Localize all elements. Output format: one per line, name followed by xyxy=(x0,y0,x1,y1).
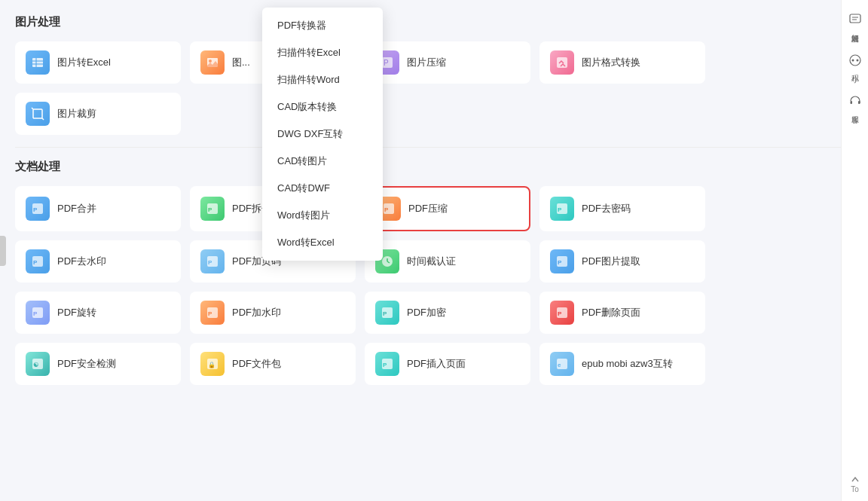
svg-rect-45 xyxy=(850,14,860,23)
pdf-security-icon: ☯ xyxy=(26,352,50,376)
dropdown-item-0[interactable]: PDF转换器 xyxy=(262,12,383,39)
tool-img-crop[interactable]: 图片裁剪 xyxy=(15,93,181,135)
tool-img-compress[interactable]: P 图片压缩 xyxy=(365,41,530,84)
pdf-merge-label: PDF合并 xyxy=(57,202,96,215)
svg-text:P: P xyxy=(33,206,38,213)
tool-pdf-watermark-remove[interactable]: P PDF去水印 xyxy=(15,240,181,283)
epub-convert-label: epub mobi azw3互转 xyxy=(582,357,673,371)
dropdown-item-8[interactable]: Word转Excel xyxy=(262,229,383,256)
pdf-img-extract-label: PDF图片提取 xyxy=(582,255,640,268)
pdf-encrypt-icon: P xyxy=(375,301,399,325)
svg-text:P: P xyxy=(383,310,387,317)
svg-text:☯: ☯ xyxy=(33,362,38,368)
pdf-rotate-label: PDF旋转 xyxy=(57,306,96,319)
tool-pdf-watermark-add[interactable]: P PDF加水印 xyxy=(190,292,356,334)
img-compress-label: 图片压缩 xyxy=(407,56,446,69)
doc-tools-grid: P PDF合并 P PDF拆分 P xyxy=(15,186,853,385)
tool-pdf-encrypt[interactable]: P PDF加密 xyxy=(365,292,530,334)
image-section: 图片处理 图片转Excel xyxy=(15,15,853,135)
svg-text:P: P xyxy=(384,206,389,213)
tool-time-stamp[interactable]: 时间截认证 xyxy=(365,240,530,283)
tool-pdf-compress[interactable]: P PDF压缩 xyxy=(365,186,530,231)
svg-text:P: P xyxy=(558,259,562,266)
tool-pdf-rotate[interactable]: P PDF旋转 xyxy=(15,292,181,334)
dropdown-item-6[interactable]: CAD转DWF xyxy=(262,175,383,202)
pdf-password-icon: P xyxy=(550,197,574,221)
dropdown-item-7[interactable]: Word转图片 xyxy=(262,202,383,229)
img-format-label: 图片格式转换 xyxy=(582,56,640,69)
img2-icon xyxy=(200,50,225,75)
dropdown-item-3[interactable]: CAD版本转换 xyxy=(262,93,383,121)
pdf-password-label: PDF去密码 xyxy=(582,202,631,215)
pdf-package-icon: 🔒 xyxy=(200,352,225,376)
pdf-img-extract-icon: P xyxy=(550,249,574,273)
tool-epub-convert[interactable]: e epub mobi azw3互转 xyxy=(539,343,705,385)
pdf-delete-page-icon: P xyxy=(550,301,574,325)
pdf-package-label: PDF文件包 xyxy=(232,357,281,371)
service-icon xyxy=(848,93,863,108)
tool-img-format[interactable]: 图片格式转换 xyxy=(539,41,705,84)
svg-rect-9 xyxy=(33,109,42,118)
svg-text:P: P xyxy=(208,206,212,213)
dropdown-item-2[interactable]: 扫描件转Word xyxy=(262,66,383,93)
pdf-delete-page-label: PDF删除页面 xyxy=(582,306,640,319)
img-format-icon xyxy=(550,50,574,75)
tool-pdf-password[interactable]: P PDF去密码 xyxy=(539,186,705,231)
svg-rect-52 xyxy=(850,101,852,104)
feedback-icon xyxy=(848,12,863,27)
img-to-excel-label: 图片转Excel xyxy=(57,56,111,69)
left-edge-tab[interactable] xyxy=(0,236,6,266)
main-content: 图片处理 图片转Excel xyxy=(0,0,868,501)
doc-section: 文档处理 P PDF合并 P PDF拆分 xyxy=(15,160,853,385)
svg-line-10 xyxy=(32,108,33,109)
tool-pdf-delete-page[interactable]: P PDF删除页面 xyxy=(539,292,705,334)
svg-point-50 xyxy=(856,60,858,62)
tool-img-to-excel[interactable]: 图片转Excel xyxy=(15,41,181,84)
svg-text:P: P xyxy=(208,310,212,317)
svg-rect-51 xyxy=(858,101,860,104)
img2-label: 图... xyxy=(232,56,250,69)
dropdown-item-1[interactable]: 扫描件转Excel xyxy=(262,39,383,66)
tool-pdf-merge[interactable]: P PDF合并 xyxy=(15,186,181,231)
service-button[interactable]: 客服 xyxy=(846,89,864,115)
doc-section-title: 文档处理 xyxy=(15,160,853,174)
miniprogram-button[interactable]: 小程 xyxy=(846,48,864,74)
svg-text:P: P xyxy=(208,259,212,266)
time-stamp-label: 时间截认证 xyxy=(407,255,456,268)
svg-point-5 xyxy=(209,60,212,63)
image-tools-grid: 图片转Excel 图... P xyxy=(15,41,853,135)
svg-text:P: P xyxy=(384,59,389,67)
feedback-button[interactable]: 填问送好 xyxy=(846,8,864,33)
tool-pdf-insert-page[interactable]: P PDF插入页面 xyxy=(365,343,530,385)
pdf-rotate-icon: P xyxy=(26,301,50,325)
section-divider xyxy=(15,147,853,148)
pdf-watermark-remove-icon: P xyxy=(26,249,50,273)
right-sidebar: 填问送好 小程 客服 xyxy=(841,0,868,501)
pdf-encrypt-label: PDF加密 xyxy=(407,306,446,319)
image-section-title: 图片处理 xyxy=(15,15,853,29)
svg-point-49 xyxy=(851,60,854,62)
miniprogram-icon xyxy=(848,53,863,68)
pdf-add-page-icon: P xyxy=(200,249,225,273)
dropdown-item-5[interactable]: CAD转图片 xyxy=(262,148,383,175)
pdf-split-icon: P xyxy=(200,197,225,221)
pdf-watermark-add-label: PDF加水印 xyxy=(232,306,281,319)
svg-text:e: e xyxy=(558,362,561,368)
tool-pdf-img-extract[interactable]: P PDF图片提取 xyxy=(539,240,705,283)
pdf-compress-label: PDF压缩 xyxy=(408,202,448,215)
pdf-insert-page-label: PDF插入页面 xyxy=(407,357,466,371)
svg-text:P: P xyxy=(383,362,387,368)
svg-text:P: P xyxy=(558,206,562,213)
tool-pdf-security[interactable]: ☯ PDF安全检测 xyxy=(15,343,181,385)
to-top-button[interactable]: To xyxy=(850,475,860,493)
img-crop-icon xyxy=(26,102,50,126)
pdf-watermark-remove-label: PDF去水印 xyxy=(57,255,106,268)
to-top-label: To xyxy=(851,485,859,493)
svg-point-48 xyxy=(850,55,860,66)
tool-pdf-package[interactable]: 🔒 PDF文件包 xyxy=(190,343,356,385)
pdf-security-label: PDF安全检测 xyxy=(57,357,116,371)
img-crop-label: 图片裁剪 xyxy=(57,107,96,121)
svg-text:P: P xyxy=(33,310,38,317)
pdf-watermark-add-icon: P xyxy=(200,301,225,325)
dropdown-item-4[interactable]: DWG DXF互转 xyxy=(262,121,383,148)
